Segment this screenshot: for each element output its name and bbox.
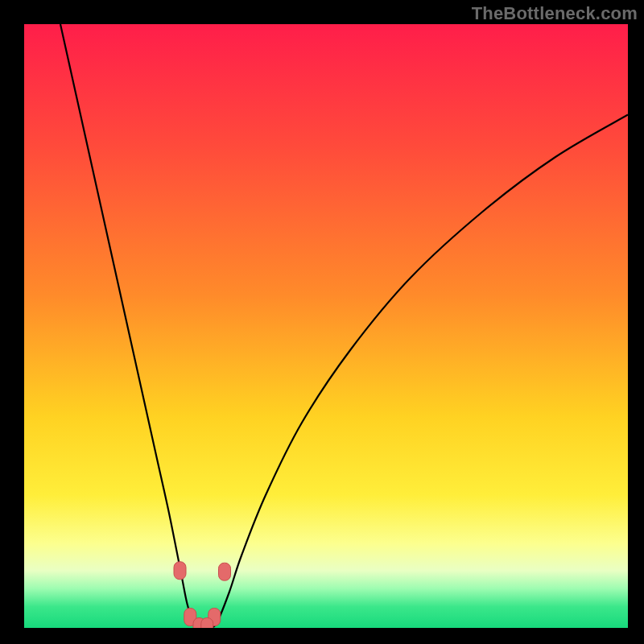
marker-dot — [174, 562, 186, 580]
marker-dot — [201, 618, 213, 629]
frame: TheBottleneck.com — [0, 0, 644, 644]
chart — [24, 24, 628, 628]
marker-dot — [219, 563, 231, 580]
watermark-text: TheBottleneck.com — [472, 3, 638, 24]
chart-svg — [24, 24, 628, 628]
gradient-background — [24, 24, 628, 628]
